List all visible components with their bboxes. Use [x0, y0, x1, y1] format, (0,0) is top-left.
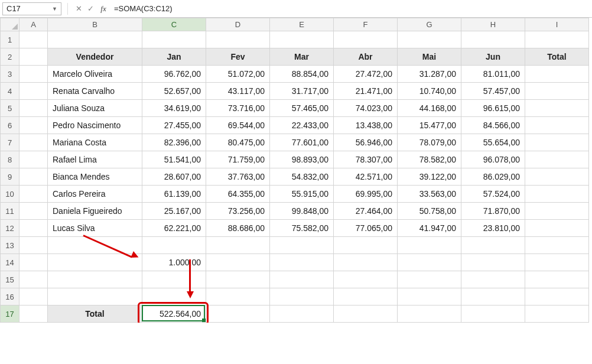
- cell-value[interactable]: 69.544,00: [206, 117, 269, 134]
- col-F[interactable]: F: [334, 18, 398, 31]
- cell-value[interactable]: 51.072,00: [206, 66, 269, 82]
- cell-value[interactable]: 27.455,00: [142, 117, 206, 134]
- header-jun[interactable]: Jun: [461, 48, 525, 65]
- cell-C17[interactable]: 522.564,00: [142, 306, 206, 322]
- rowhead-5[interactable]: 5: [1, 100, 19, 117]
- cell-value[interactable]: 84.566,00: [461, 117, 525, 134]
- cell-value[interactable]: 61.139,00: [142, 186, 206, 202]
- cell-value[interactable]: 71.759,00: [206, 151, 269, 168]
- rowhead-6[interactable]: 6: [1, 117, 19, 134]
- confirm-icon[interactable]: ✓: [86, 4, 95, 13]
- cell-value[interactable]: 88.854,00: [270, 66, 333, 82]
- cell-name[interactable]: Mariana Costa: [48, 134, 142, 151]
- cell-value[interactable]: 57.457,00: [461, 83, 525, 99]
- col-D[interactable]: D: [206, 18, 270, 31]
- cell-value[interactable]: 13.438,00: [334, 117, 397, 134]
- cell-value[interactable]: 62.221,00: [142, 220, 206, 236]
- cell-name[interactable]: Pedro Nascimento: [48, 117, 142, 134]
- col-B[interactable]: B: [48, 18, 142, 31]
- cell-value[interactable]: 82.396,00: [142, 134, 206, 151]
- cell-value[interactable]: 80.475,00: [206, 134, 269, 151]
- cancel-icon[interactable]: ✕: [74, 4, 83, 13]
- cell-value[interactable]: 78.582,00: [398, 151, 461, 168]
- col-E[interactable]: E: [270, 18, 334, 31]
- rowhead-3[interactable]: 3: [1, 66, 19, 83]
- spreadsheet-grid[interactable]: A B C D E F G H I 1 2 Vendedor Jan Fev M…: [0, 18, 589, 323]
- formula-input[interactable]: [112, 2, 590, 15]
- cell-value[interactable]: 25.167,00: [142, 203, 206, 219]
- rowhead-14[interactable]: 14: [1, 254, 19, 271]
- col-H[interactable]: H: [461, 18, 525, 31]
- fx-icon[interactable]: fx: [99, 4, 108, 14]
- cell-value[interactable]: 33.563,00: [398, 186, 461, 202]
- cell-value[interactable]: 23.810,00: [461, 220, 525, 236]
- cell-value[interactable]: 37.763,00: [206, 168, 269, 185]
- cell-value[interactable]: 96.078,00: [461, 151, 525, 168]
- cell-value[interactable]: 28.607,00: [142, 168, 206, 185]
- rowhead-12[interactable]: 12: [1, 220, 19, 237]
- cell-value[interactable]: 54.832,00: [270, 168, 333, 185]
- cell-value[interactable]: 31.717,00: [270, 83, 333, 99]
- rowhead-9[interactable]: 9: [1, 168, 19, 186]
- rowhead-15[interactable]: 15: [1, 271, 19, 288]
- cell-value[interactable]: 78.307,00: [334, 151, 397, 168]
- rowhead-11[interactable]: 11: [1, 203, 19, 220]
- cell-value[interactable]: 27.472,00: [334, 66, 397, 82]
- cell-value[interactable]: 96.615,00: [461, 100, 525, 116]
- cell-value[interactable]: 98.893,00: [270, 151, 333, 168]
- header-abr[interactable]: Abr: [334, 48, 397, 65]
- cell-value[interactable]: 96.762,00: [142, 66, 206, 82]
- cell-C14[interactable]: 1.000,00: [142, 254, 206, 271]
- cell-name[interactable]: Lucas Silva: [48, 220, 142, 236]
- cell-name[interactable]: Marcelo Oliveira: [48, 66, 142, 82]
- col-G[interactable]: G: [398, 18, 461, 31]
- cell-value[interactable]: 27.464,00: [334, 203, 397, 219]
- cell-value[interactable]: 31.287,00: [398, 66, 461, 82]
- cell-name[interactable]: Rafael Lima: [48, 151, 142, 168]
- col-A[interactable]: A: [19, 18, 48, 31]
- cell-value[interactable]: 77.601,00: [270, 134, 333, 151]
- cell-name[interactable]: Daniela Figueiredo: [48, 203, 142, 219]
- cell-value[interactable]: 57.465,00: [270, 100, 333, 116]
- rowhead-16[interactable]: 16: [1, 288, 19, 306]
- header-fev[interactable]: Fev: [206, 48, 269, 65]
- col-C[interactable]: C: [142, 18, 206, 31]
- cell-value[interactable]: 77.065,00: [334, 220, 397, 236]
- cell-value[interactable]: 74.023,00: [334, 100, 397, 116]
- cell-value[interactable]: 86.029,00: [461, 168, 525, 185]
- cell-name[interactable]: Juliana Souza: [48, 100, 142, 116]
- cell-value[interactable]: 43.117,00: [206, 83, 269, 99]
- cell-value[interactable]: 55.654,00: [461, 134, 525, 151]
- select-all-corner[interactable]: [1, 18, 19, 31]
- rowhead-17[interactable]: 17: [1, 306, 19, 323]
- cell-value[interactable]: 73.256,00: [206, 203, 269, 219]
- rowhead-13[interactable]: 13: [1, 237, 19, 254]
- header-jan[interactable]: Jan: [142, 48, 206, 65]
- cell-value[interactable]: 64.355,00: [206, 186, 269, 202]
- cell-value[interactable]: 73.716,00: [206, 100, 269, 116]
- rowhead-10[interactable]: 10: [1, 186, 19, 203]
- cell-value[interactable]: 44.168,00: [398, 100, 461, 116]
- cell-value[interactable]: 99.848,00: [270, 203, 333, 219]
- header-vendedor[interactable]: Vendedor: [48, 48, 142, 65]
- cell-value[interactable]: 75.582,00: [270, 220, 333, 236]
- cell-value[interactable]: 55.915,00: [270, 186, 333, 202]
- rowhead-2[interactable]: 2: [1, 48, 19, 66]
- cell-value[interactable]: 69.995,00: [334, 186, 397, 202]
- cell-value[interactable]: 15.477,00: [398, 117, 461, 134]
- name-box[interactable]: C17 ▼: [2, 2, 61, 15]
- cell-value[interactable]: 41.947,00: [398, 220, 461, 236]
- cell-value[interactable]: 22.433,00: [270, 117, 333, 134]
- cell-value[interactable]: 50.758,00: [398, 203, 461, 219]
- cell-value[interactable]: 57.524,00: [461, 186, 525, 202]
- header-mar[interactable]: Mar: [270, 48, 333, 65]
- cell-value[interactable]: 42.571,00: [334, 168, 397, 185]
- chevron-down-icon[interactable]: ▼: [52, 3, 57, 15]
- cell-name[interactable]: Renata Carvalho: [48, 83, 142, 99]
- cell-value[interactable]: 39.122,00: [398, 168, 461, 185]
- col-I[interactable]: I: [525, 18, 589, 31]
- cell-value[interactable]: 81.011,00: [461, 66, 525, 82]
- cell-value[interactable]: 10.740,00: [398, 83, 461, 99]
- total-label[interactable]: Total: [48, 306, 142, 322]
- cell-value[interactable]: 88.686,00: [206, 220, 269, 236]
